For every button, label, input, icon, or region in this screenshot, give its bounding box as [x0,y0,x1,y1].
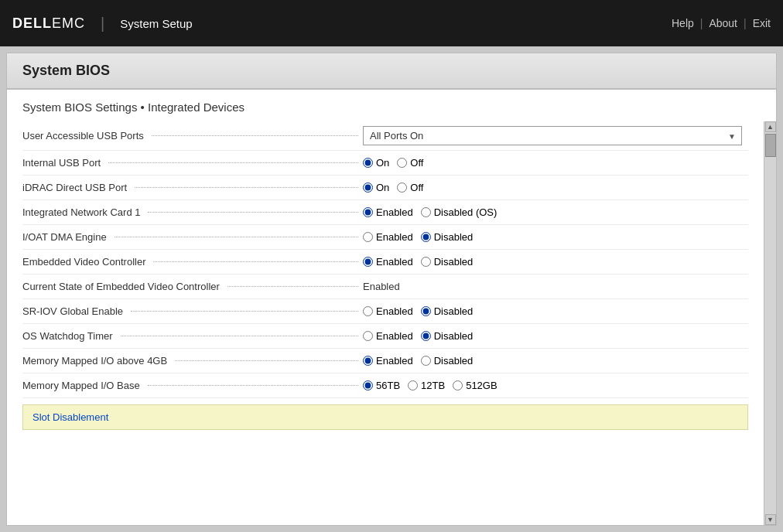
label-text-user-accessible-usb: User Accessible USB Ports [22,130,144,142]
label-user-accessible-usb: User Accessible USB Ports [22,130,363,142]
radio-input-mmio-4gb-disabled[interactable] [421,356,431,366]
radio-mmio-4gb-enabled[interactable]: Enabled [363,355,413,367]
label-mmio-base: Memory Mapped I/O Base [22,380,363,391]
emc-text: EMC [52,15,85,31]
radio-idrac-usb-off[interactable]: Off [397,182,423,193]
radio-input-ioat-disabled[interactable] [421,232,431,242]
radio-input-internal-usb-off[interactable] [397,158,407,168]
dotted-line-7 [131,311,358,312]
logo-divider: | [101,15,104,32]
radio-input-sriov-disabled[interactable] [421,306,431,316]
radio-mmio-56tb[interactable]: 56TB [363,380,400,391]
label-internal-usb: Internal USB Port [22,157,363,169]
dotted-line-3 [148,212,358,213]
label-current-state-video: Current State of Embedded Video Controll… [22,281,363,292]
label-sriov: SR-IOV Global Enable [22,305,363,317]
dotted-line-4 [115,237,358,237]
radio-ioat-enabled[interactable]: Enabled [363,231,413,243]
control-mmio-4gb: Enabled Disabled [363,355,748,367]
radio-input-internal-usb-on[interactable] [363,158,373,168]
dotted-line-2 [135,187,358,188]
radio-input-sriov-enabled[interactable] [363,306,373,316]
radio-embedded-video-enabled[interactable]: Enabled [363,256,413,268]
label-text-mmio-4gb: Memory Mapped I/O above 4GB [22,355,167,367]
radio-network-disabled-os[interactable]: Disabled (OS) [421,206,497,218]
dotted-line-9 [175,360,358,361]
scroll-down-arrow[interactable]: ▼ [765,514,776,525]
label-text-current-state-video: Current State of Embedded Video Controll… [22,281,220,292]
dotted-line-8 [121,336,358,336]
radio-sriov-disabled[interactable]: Disabled [421,305,474,317]
bios-title: System BIOS [22,63,761,79]
radio-input-idrac-usb-off[interactable] [397,182,407,193]
row-watchdog: OS Watchdog Timer Enabled Disabled [22,324,748,349]
row-idrac-usb: iDRAC Direct USB Port On Off [22,176,748,200]
slot-disablement-link[interactable]: Slot Disablement [32,411,108,423]
radio-mmio-12tb[interactable]: 12TB [408,380,445,391]
label-text-idrac-usb: iDRAC Direct USB Port [22,182,127,193]
row-mmio-4gb: Memory Mapped I/O above 4GB Enabled Disa… [22,349,748,373]
radio-watchdog-disabled[interactable]: Disabled [421,330,474,342]
main-content: System BIOS System BIOS Settings • Integ… [6,53,777,526]
dell-text: DELL [12,15,52,31]
sep1: | [700,17,703,29]
radio-input-watchdog-disabled[interactable] [421,331,431,341]
bios-header: System BIOS [7,53,776,90]
radio-input-mmio-4gb-enabled[interactable] [363,356,373,366]
control-ioat-dma: Enabled Disabled [363,231,748,243]
control-watchdog: Enabled Disabled [363,330,748,342]
label-idrac-usb: iDRAC Direct USB Port [22,182,363,193]
label-watchdog: OS Watchdog Timer [22,330,363,342]
label-text-network-card: Integrated Network Card 1 [22,206,140,218]
radio-mmio-4gb-disabled[interactable]: Disabled [421,355,474,367]
settings-area: System BIOS Settings • Integrated Device… [7,90,776,525]
dropdown-usb-ports[interactable]: All Ports On Only Back Ports On All Port… [363,126,742,145]
help-link[interactable]: Help [672,17,694,29]
radio-idrac-usb-on[interactable]: On [363,182,389,193]
settings-scroll: User Accessible USB Ports All Ports On O… [7,121,776,525]
radio-mmio-512gb[interactable]: 512GB [453,380,497,391]
label-text-mmio-base: Memory Mapped I/O Base [22,380,140,391]
radio-input-network-enabled[interactable] [363,207,373,217]
radio-embedded-video-disabled[interactable]: Disabled [421,256,474,268]
label-embedded-video: Embedded Video Controller [22,256,363,268]
label-text-sriov: SR-IOV Global Enable [22,305,123,317]
radio-input-ioat-enabled[interactable] [363,232,373,242]
radio-network-enabled[interactable]: Enabled [363,206,413,218]
label-mmio-4gb: Memory Mapped I/O above 4GB [22,355,363,367]
dell-logo: DELLEMC [12,15,85,32]
radio-input-mmio-512gb[interactable] [453,380,463,390]
label-ioat-dma: I/OAT DMA Engine [22,231,363,243]
top-bar-left: DELLEMC | System Setup [12,15,193,32]
scroll-thumb[interactable] [765,134,776,157]
radio-ioat-disabled[interactable]: Disabled [421,231,474,243]
radio-input-mmio-56tb[interactable] [363,380,373,390]
control-user-accessible-usb: All Ports On Only Back Ports On All Port… [363,126,748,145]
exit-link[interactable]: Exit [753,17,771,29]
settings-table: User Accessible USB Ports All Ports On O… [7,121,764,525]
radio-input-idrac-usb-on[interactable] [363,182,373,193]
radio-internal-usb-on[interactable]: On [363,157,389,169]
radio-input-embedded-video-enabled[interactable] [363,257,373,267]
scrollbar: ▲ ▼ [764,121,776,525]
control-current-state-video: Enabled [363,281,748,292]
top-bar-right: Help | About | Exit [672,17,771,29]
scroll-up-arrow[interactable]: ▲ [765,121,776,132]
label-text-watchdog: OS Watchdog Timer [22,330,113,342]
radio-input-embedded-video-disabled[interactable] [421,257,431,267]
label-text-embedded-video: Embedded Video Controller [22,256,145,268]
radio-internal-usb-off[interactable]: Off [397,157,423,169]
control-mmio-base: 56TB 12TB 512GB [363,380,748,391]
about-link[interactable]: About [709,17,737,29]
dotted-line-5 [153,261,358,262]
radio-input-network-disabled-os[interactable] [421,207,431,217]
radio-sriov-enabled[interactable]: Enabled [363,305,413,317]
row-embedded-video: Embedded Video Controller Enabled Disabl… [22,250,748,275]
label-text-ioat-dma: I/OAT DMA Engine [22,231,107,243]
dotted-line-10 [148,385,358,386]
control-network-card: Enabled Disabled (OS) [363,206,748,218]
radio-input-mmio-12tb[interactable] [408,380,418,390]
radio-watchdog-enabled[interactable]: Enabled [363,330,413,342]
control-internal-usb: On Off [363,157,748,169]
radio-input-watchdog-enabled[interactable] [363,331,373,341]
